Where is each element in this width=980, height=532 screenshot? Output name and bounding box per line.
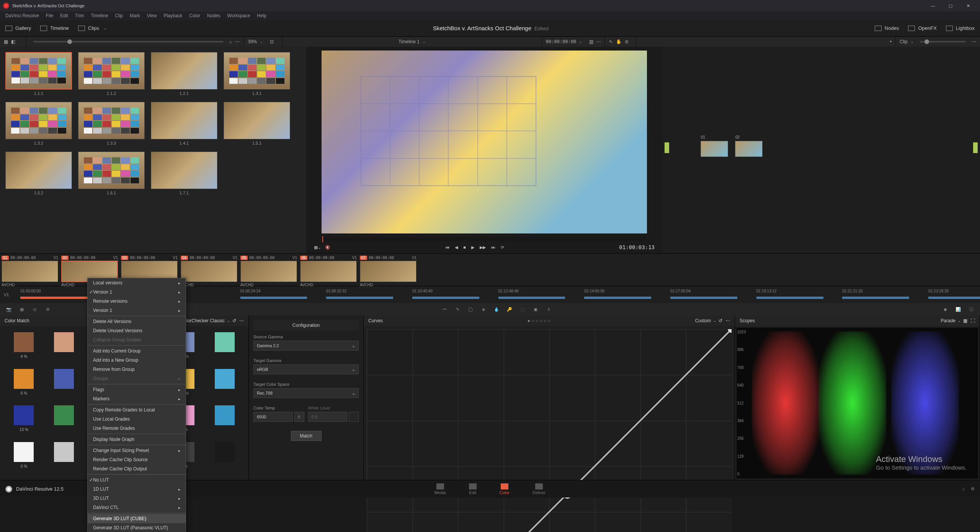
menu-item[interactable]: Render Cache Clip Output [88, 464, 186, 473]
options-icon[interactable]: ⋯ [239, 318, 244, 323]
menu-item[interactable]: Generate 3D LUT (CUBE) [88, 514, 186, 523]
menu-item[interactable]: Delete Unused Versions [88, 326, 186, 335]
last-frame-button[interactable]: ⏭ [491, 245, 495, 250]
color-swatch[interactable] [46, 332, 82, 364]
node-graph[interactable]: 01 02 [662, 47, 980, 253]
camera-raw-icon[interactable]: 📷 [5, 306, 12, 313]
menu-workspace[interactable]: Workspace [224, 12, 253, 19]
menu-item[interactable]: Add into Current Group [88, 346, 186, 356]
first-frame-button[interactable]: ⏮ [445, 245, 449, 250]
white-level-checkbox[interactable] [349, 412, 359, 422]
qualifier-icon[interactable]: ✎ [454, 306, 461, 313]
settings-icon[interactable]: ⚙ [971, 486, 975, 491]
color-swatch[interactable]: 4 % [6, 332, 42, 364]
reset-icon[interactable]: ↺ [719, 318, 722, 323]
page-deliver[interactable]: Deliver [532, 483, 546, 495]
still-thumb[interactable]: 1.6.1 [78, 152, 145, 195]
menu-item[interactable]: Delete All Versions [88, 317, 186, 326]
menu-item[interactable]: Change Input Sizing Preset [88, 446, 186, 455]
menu-item[interactable]: Markers [88, 394, 186, 403]
menu-timeline[interactable]: Timeline [88, 12, 111, 19]
sizing-icon[interactable]: ⬚ [519, 306, 526, 313]
color-match-icon[interactable]: ▦ [18, 306, 25, 313]
window-icon[interactable]: ◯ [467, 306, 474, 313]
zoom-value[interactable]: 39% [248, 39, 257, 44]
colorchecker-overlay[interactable] [361, 76, 536, 186]
clips-dropdown[interactable]: Clips⌄ [78, 25, 107, 31]
menu-item[interactable]: Version 1 [88, 306, 186, 315]
clip-thumb[interactable]: 0500:00:00:00V1AVCHD [240, 255, 297, 285]
menu-item[interactable]: Use Remote Grades [88, 424, 186, 433]
menu-davinci-resolve[interactable]: DaVinci Resolve [2, 12, 42, 19]
color-swatch[interactable] [46, 369, 82, 401]
scrubber[interactable] [322, 237, 647, 241]
circle-slash-icon[interactable]: ⊘ [625, 39, 629, 44]
menu-edit[interactable]: Edit [57, 12, 71, 19]
menu-item[interactable]: Copy Remote Grades to Local [88, 405, 186, 415]
white-level-input[interactable]: 0.9 [308, 412, 348, 422]
still-thumb[interactable]: 1.1.2 [78, 52, 145, 96]
color-swatch[interactable] [46, 405, 82, 437]
tracker-icon[interactable]: ◈ [480, 306, 487, 313]
still-thumb[interactable]: 1.5.1 [224, 102, 290, 145]
nodes-toggle[interactable]: Nodes [875, 25, 899, 31]
options-icon[interactable]: ⋯ [596, 39, 601, 44]
hand-icon[interactable]: ✋ [616, 39, 622, 44]
options-icon[interactable]: ⋯ [972, 39, 976, 44]
stereo-icon[interactable]: ▣ [532, 306, 539, 313]
menu-mark[interactable]: Mark [127, 12, 143, 19]
color-swatch[interactable] [207, 332, 242, 364]
node-zoom-slider[interactable] [920, 41, 965, 42]
expand-icon[interactable]: ⛶ [970, 318, 975, 323]
menu-file[interactable]: File [43, 12, 56, 19]
menu-item[interactable]: 3D LUT [88, 494, 186, 503]
layout-icon[interactable]: ▦ [963, 318, 967, 323]
node-02[interactable]: 02 [735, 141, 763, 157]
primaries-icon[interactable]: ⚙ [44, 306, 51, 313]
clip-thumb[interactable]: 0400:00:00:00V1AVCHD [181, 255, 237, 285]
menu-nodes[interactable]: Nodes [204, 12, 224, 19]
curves-mode[interactable]: Custom [695, 318, 711, 323]
menu-item[interactable]: Local versions [88, 278, 186, 287]
scopes-icon[interactable]: 📊 [955, 306, 962, 313]
stills-view-icon[interactable]: ▦ [4, 39, 8, 44]
minimize-button[interactable]: — [924, 0, 942, 11]
powergrade-icon[interactable]: ◧ [11, 39, 15, 44]
clip-label[interactable]: Clip [900, 39, 908, 44]
page-media[interactable]: Media [434, 483, 446, 495]
menu-item[interactable]: DaVinci CTL [88, 503, 186, 512]
menu-item[interactable]: 1D LUT [88, 485, 186, 494]
curves-icon[interactable]: 〰 [441, 306, 448, 313]
play-button[interactable]: ▶ [471, 245, 474, 250]
still-thumb[interactable]: 1.7.1 [151, 152, 217, 195]
menu-item[interactable]: No LUT [88, 475, 186, 485]
openfx-toggle[interactable]: OpenFX [908, 25, 936, 31]
color-swatch[interactable] [46, 442, 82, 474]
menu-item[interactable]: Render Cache Clip Source [88, 455, 186, 464]
still-thumb[interactable]: 1.5.2 [5, 152, 72, 195]
color-swatch[interactable]: 0 % [6, 442, 42, 474]
keyframe-icon[interactable]: ◆ [942, 306, 949, 313]
match-button[interactable]: Match [291, 431, 322, 441]
info-icon[interactable]: ⓘ [968, 306, 975, 313]
timeline-toggle[interactable]: Timeline [40, 25, 69, 31]
mute-icon[interactable]: 🔇 [325, 245, 330, 250]
options-icon[interactable]: ⋯ [235, 39, 240, 44]
viewer-canvas[interactable] [322, 51, 647, 233]
data-burn-icon[interactable]: Ａ [545, 306, 552, 313]
still-thumb[interactable]: 1.3.2 [5, 102, 72, 145]
search-icon[interactable]: ⌕ [229, 39, 232, 44]
pointer-icon[interactable]: ↖ [609, 39, 613, 44]
menu-item[interactable]: Display Node Graph [88, 435, 186, 444]
unmix-icon[interactable]: ▦⌄ [314, 245, 321, 250]
thumb-size-slider[interactable] [33, 41, 223, 42]
menu-item[interactable]: Generate 3D LUT (Panasonic VLUT) [88, 523, 186, 532]
menu-item[interactable]: Add into a New Group [88, 356, 186, 365]
reset-icon[interactable]: ↺ [232, 318, 236, 323]
menu-playback[interactable]: Playback [160, 12, 185, 19]
menu-item[interactable]: Flags [88, 385, 186, 394]
menu-item[interactable]: Use Local Grades [88, 415, 186, 424]
color-swatch[interactable] [207, 442, 242, 474]
menu-view[interactable]: View [144, 12, 160, 19]
menu-item[interactable]: Version 1 [88, 287, 186, 297]
